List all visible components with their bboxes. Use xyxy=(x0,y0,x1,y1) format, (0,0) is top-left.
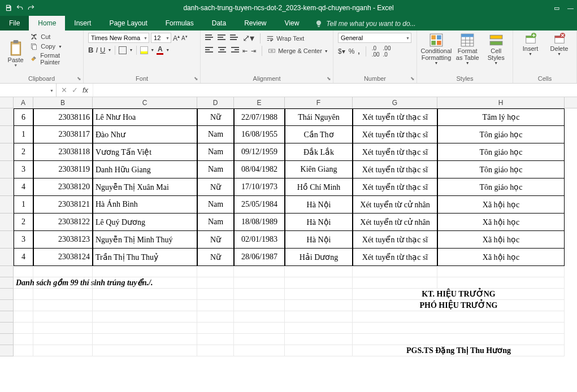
table-row[interactable]: PHÓ HIỆU TRƯỞNG xyxy=(0,300,577,311)
cell[interactable]: Trần Thị Thu Thuỷ xyxy=(93,249,197,266)
table-row[interactable]: KT. HIỆU TRƯỞNG xyxy=(0,289,577,300)
cell[interactable]: Xét tuyển từ cử nhân xyxy=(353,196,437,214)
cell[interactable]: Nguyễn Thị Minh Thuý xyxy=(93,231,197,249)
decrease-indent-icon[interactable]: ⇤ xyxy=(242,47,248,55)
col-header-h[interactable]: H xyxy=(437,97,565,108)
cell[interactable]: Đắk Lắk xyxy=(285,143,353,161)
orientation-button[interactable]: ⤢▾ xyxy=(242,33,254,43)
table-row[interactable] xyxy=(0,266,577,277)
cell[interactable]: 02/01/1983 xyxy=(234,231,285,249)
accounting-format-button[interactable]: $▾ xyxy=(338,47,345,55)
cell[interactable]: Tôn giáo học xyxy=(437,161,565,178)
insert-cells-button[interactable]: Insert▼ xyxy=(518,33,543,56)
row-header[interactable] xyxy=(0,196,14,214)
cell[interactable]: Xét tuyển từ thạc sĩ xyxy=(353,161,437,178)
cancel-formula-icon[interactable]: ✕ xyxy=(61,86,67,94)
table-row[interactable]: 2 23038118 Vương Tấn Việt Nam 09/12/1959… xyxy=(0,143,577,161)
comma-format-button[interactable]: , xyxy=(358,47,359,55)
increase-decimal-button[interactable]: .0.00 xyxy=(372,45,380,58)
table-row[interactable] xyxy=(0,334,577,345)
cell[interactable]: 18/08/1989 xyxy=(234,214,285,231)
row-header[interactable] xyxy=(0,249,14,266)
col-header-d[interactable]: D xyxy=(197,97,234,108)
select-all-corner[interactable] xyxy=(0,97,14,108)
decrease-decimal-button[interactable]: .00.0 xyxy=(383,45,391,58)
table-row[interactable] xyxy=(0,311,577,323)
cell[interactable]: Kiên Giang xyxy=(285,161,353,178)
cell[interactable]: Danh Hữu Giang xyxy=(93,161,197,178)
table-row[interactable]: 1 23038121 Hà Ánh Bình Nam 25/05/1984 Hà… xyxy=(0,196,577,214)
cell[interactable]: 2 xyxy=(14,143,33,161)
table-row[interactable]: 3 23038119 Danh Hữu Giang Nam 08/04/1982… xyxy=(0,161,577,178)
cell[interactable]: Xã hội học xyxy=(437,196,565,214)
cell[interactable]: Nữ xyxy=(197,108,234,126)
cell[interactable]: 23038119 xyxy=(33,161,93,178)
col-header-b[interactable]: B xyxy=(33,97,93,108)
cell[interactable]: 23038116 xyxy=(33,108,93,126)
cell[interactable]: 23038120 xyxy=(33,178,93,196)
cell[interactable]: Lê Như Hoa xyxy=(93,108,197,126)
bold-button[interactable]: B xyxy=(88,46,93,54)
cell[interactable]: Xã hội học xyxy=(437,249,565,266)
row-header[interactable] xyxy=(0,214,14,231)
cell[interactable]: 1 xyxy=(14,196,33,214)
cell[interactable]: Nam xyxy=(197,126,234,143)
font-color-button[interactable]: A xyxy=(157,45,163,55)
cell[interactable]: Hà Nội xyxy=(285,196,353,214)
cell[interactable]: 28/06/1987 xyxy=(234,249,285,266)
cell[interactable]: Nữ xyxy=(197,249,234,266)
cell[interactable]: Nam xyxy=(197,161,234,178)
cell[interactable]: Đào Như xyxy=(93,126,197,143)
cell[interactable]: 3 xyxy=(14,231,33,249)
cell[interactable]: 23038122 xyxy=(33,214,93,231)
cell[interactable]: Lê Quý Dương xyxy=(93,214,197,231)
cell[interactable]: 1 xyxy=(14,126,33,143)
increase-font-icon[interactable]: A▴ xyxy=(173,34,180,42)
cell[interactable]: 23038118 xyxy=(33,143,93,161)
col-header-g[interactable]: G xyxy=(353,97,437,108)
clipboard-expand-icon[interactable]: ⬊ xyxy=(77,76,81,81)
cell[interactable]: Tâm lý học xyxy=(437,108,565,126)
merge-center-button[interactable]: Merge & Center ▼ xyxy=(268,47,328,55)
signature-text[interactable] xyxy=(353,311,437,323)
number-format-select[interactable]: General▼ xyxy=(338,33,411,43)
table-row[interactable] xyxy=(0,323,577,334)
decrease-font-icon[interactable]: A▾ xyxy=(181,34,188,41)
increase-indent-icon[interactable]: ⇥ xyxy=(251,47,256,55)
underline-button[interactable]: U xyxy=(100,46,105,54)
table-row[interactable]: 2 23038122 Lê Quý Dương Nam 18/08/1989 H… xyxy=(0,214,577,231)
col-header-e[interactable]: E xyxy=(234,97,285,108)
cell[interactable]: Hà Nội xyxy=(285,231,353,249)
ribbon-options-icon[interactable]: ▭ xyxy=(554,5,559,12)
fx-icon[interactable]: fx xyxy=(83,86,88,94)
align-left-icon[interactable] xyxy=(205,47,214,55)
cell[interactable]: Xét tuyển từ thạc sĩ xyxy=(353,108,437,126)
cut-button[interactable]: Cut xyxy=(30,33,79,41)
cell[interactable]: Xét tuyển từ thạc sĩ xyxy=(353,249,437,266)
row-header[interactable] xyxy=(0,126,14,143)
table-row[interactable]: 6 23038116 Lê Như Hoa Nữ 22/07/1988 Thái… xyxy=(0,108,577,126)
cell[interactable]: 16/08/1955 xyxy=(234,126,285,143)
cell[interactable]: 23038117 xyxy=(33,126,93,143)
cell[interactable]: 23038121 xyxy=(33,196,93,214)
formula-input[interactable] xyxy=(93,84,577,97)
number-expand-icon[interactable]: ⬊ xyxy=(410,76,415,81)
tab-review[interactable]: Review xyxy=(235,16,275,31)
spreadsheet-grid[interactable]: 6 23038116 Lê Như Hoa Nữ 22/07/1988 Thái… xyxy=(0,108,577,356)
cell[interactable]: Nam xyxy=(197,143,234,161)
cell[interactable]: 23038123 xyxy=(33,231,93,249)
cell[interactable]: Hà Nội xyxy=(285,214,353,231)
tab-page-layout[interactable]: Page Layout xyxy=(100,16,156,31)
name-box[interactable]: ▼ xyxy=(0,84,57,97)
tab-home[interactable]: Home xyxy=(29,16,65,31)
align-right-icon[interactable] xyxy=(230,47,239,55)
row-header[interactable] xyxy=(0,161,14,178)
cell[interactable]: Xét tuyển từ thạc sĩ xyxy=(353,143,437,161)
row-header[interactable] xyxy=(0,143,14,161)
cell[interactable]: Nữ xyxy=(197,178,234,196)
row-header[interactable] xyxy=(0,108,14,126)
table-row[interactable]: PGS.TS Đặng Thị Thu Hương xyxy=(0,345,577,356)
signature-text[interactable] xyxy=(353,334,437,345)
save-icon[interactable] xyxy=(5,4,12,12)
cell[interactable]: Tôn giáo học xyxy=(437,178,565,196)
